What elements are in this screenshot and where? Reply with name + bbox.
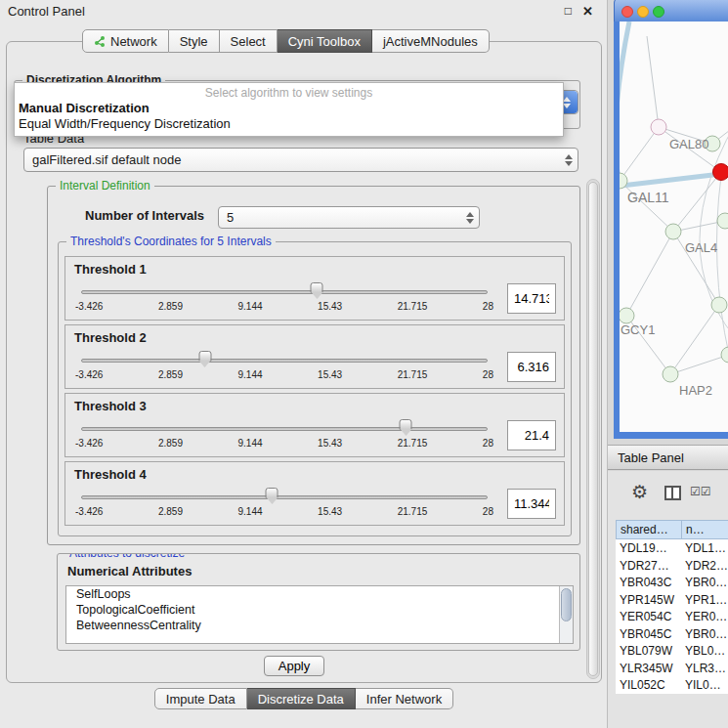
number-of-intervals-value: 5: [219, 210, 461, 225]
network-node[interactable]: [717, 213, 728, 230]
float-window-icon[interactable]: □: [565, 4, 572, 18]
number-of-intervals-combobox[interactable]: 5: [218, 206, 480, 229]
tab-infer-network[interactable]: Infer Network: [356, 688, 453, 709]
tab-label: Select: [231, 34, 266, 49]
network-window-titlebar[interactable]: [614, 0, 728, 21]
dropdown-option-manual[interactable]: Manual Discretization: [15, 101, 563, 116]
threshold-3-value-input[interactable]: [507, 420, 556, 450]
table-cell[interactable]: YIL052C: [616, 676, 681, 694]
threshold-2-slider[interactable]: -3.426 2.859 9.144 15.43 21.715 28: [75, 348, 493, 385]
list-item[interactable]: SelfLoops: [66, 586, 573, 602]
table-cell[interactable]: YBR0…: [681, 625, 728, 643]
tick-label: 15.43: [318, 369, 342, 380]
slider-track[interactable]: [81, 290, 488, 294]
tick-label: 2.859: [158, 506, 183, 517]
table-data-combobox[interactable]: galFiltered.sif default node: [23, 148, 578, 172]
threshold-2-value-input[interactable]: [507, 352, 556, 382]
network-node-selected-red[interactable]: [712, 163, 728, 181]
threshold-3-panel: Threshold 3 -3.426 2.859 9.144 15.43 21.…: [64, 393, 565, 457]
threshold-1-panel: Threshold 1 -3.426 2.859 9.144 15.43 21.…: [64, 256, 565, 321]
tab-label: Cyni Toolbox: [288, 34, 361, 49]
table-cell[interactable]: YBL0…: [681, 642, 728, 660]
threshold-1-slider[interactable]: -3.426 2.859 9.144 15.43 21.715 28: [75, 279, 493, 317]
close-window-icon[interactable]: ✕: [582, 4, 593, 19]
control-panel-tabs: Network Style Select Cyni Toolbox jActiv…: [82, 29, 490, 53]
list-scrollbar[interactable]: [559, 586, 573, 643]
slider-track[interactable]: [81, 427, 488, 431]
network-icon: [94, 35, 106, 47]
dropdown-option-equal-width[interactable]: Equal Width/Frequency Discretization: [15, 116, 563, 132]
table-cell[interactable]: YBR0…: [681, 574, 728, 591]
columns-icon[interactable]: [664, 486, 681, 500]
table-cell[interactable]: YIL0…: [681, 676, 728, 694]
minimize-traffic-light[interactable]: [637, 6, 649, 18]
node-label: GAL80: [669, 137, 708, 151]
table-cell[interactable]: YBR045C: [616, 625, 681, 643]
gear-icon[interactable]: ⚙: [631, 481, 648, 503]
tab-discretize-data[interactable]: Discretize Data: [247, 688, 356, 709]
slider-track[interactable]: [81, 359, 488, 363]
table-cell[interactable]: YLR3…: [681, 660, 728, 677]
table-cell[interactable]: YER0…: [681, 608, 728, 625]
select-columns-icon[interactable]: ☑☑: [690, 485, 711, 498]
tab-style[interactable]: Style: [169, 29, 220, 53]
table-row[interactable]: YLR345W YLR3…: [616, 660, 728, 677]
network-node[interactable]: [619, 308, 635, 324]
interval-definition-group: Interval Definition Number of Intervals …: [47, 186, 580, 545]
tick-label: 21.715: [398, 369, 428, 380]
table-cell[interactable]: YBL079W: [616, 642, 681, 660]
table-cell[interactable]: YPR145W: [616, 591, 681, 609]
table-row[interactable]: YPR145W YPR1…: [616, 591, 728, 609]
slider-thumb[interactable]: [311, 282, 323, 293]
apply-button[interactable]: Apply: [264, 656, 324, 676]
slider-thumb[interactable]: [266, 488, 278, 498]
table-cell[interactable]: YDR2…: [681, 557, 728, 575]
table-row[interactable]: YDL19… YDL1…: [616, 539, 728, 557]
table-row[interactable]: YDR27… YDR2…: [616, 557, 728, 575]
close-traffic-light[interactable]: [621, 6, 633, 18]
table-cell[interactable]: YDR27…: [616, 557, 681, 575]
tab-select[interactable]: Select: [220, 29, 278, 53]
threshold-3-slider[interactable]: -3.426 2.859 9.144 15.43 21.715 28: [75, 416, 493, 453]
table-cell[interactable]: YLR345W: [616, 660, 681, 677]
slider-track[interactable]: [81, 495, 488, 499]
slider-thumb[interactable]: [198, 351, 211, 362]
table-cell[interactable]: YDL1…: [681, 539, 728, 557]
tab-cyni-toolbox[interactable]: Cyni Toolbox: [278, 29, 372, 53]
panel-scrollbar[interactable]: [586, 179, 600, 679]
zoom-traffic-light[interactable]: [653, 6, 664, 18]
tab-label: Style: [180, 34, 208, 49]
table-row[interactable]: YBL079W YBL0…: [616, 642, 728, 660]
threshold-label: Threshold 3: [74, 399, 147, 413]
network-canvas[interactable]: GAL80 GAL11 GAL4 GCY1 HAP2: [614, 21, 728, 439]
node-table: shared… n… YDL19… YDL1… YDR27… YDR2… YBR…: [616, 520, 728, 694]
table-cell[interactable]: YER054C: [616, 608, 681, 625]
control-panel-titlebar: Control Panel □ ✕: [0, 0, 607, 23]
table-row[interactable]: YIL052C YIL0…: [616, 676, 728, 694]
table-cell[interactable]: YBR043C: [616, 574, 681, 591]
table-row[interactable]: YBR043C YBR0…: [616, 574, 728, 591]
network-node[interactable]: [711, 297, 728, 314]
tab-network[interactable]: Network: [82, 29, 169, 53]
table-row[interactable]: YBR045C YBR0…: [616, 625, 728, 643]
network-node[interactable]: [663, 366, 679, 383]
threshold-1-value-input[interactable]: [507, 283, 556, 314]
column-header[interactable]: n…: [681, 520, 728, 539]
network-node[interactable]: [651, 119, 667, 136]
table-cell[interactable]: YPR1…: [681, 591, 728, 609]
tick-label: 2.859: [158, 301, 183, 312]
tab-jactivemodules[interactable]: jActiveMNodules: [372, 29, 490, 53]
list-item[interactable]: TopologicalCoefficient: [66, 602, 573, 618]
network-node[interactable]: [665, 224, 682, 240]
node-label: GAL4: [685, 240, 717, 255]
column-header[interactable]: shared…: [616, 520, 681, 539]
threshold-4-slider[interactable]: -3.426 2.859 9.144 15.43 21.715 28: [75, 485, 493, 522]
tab-impute-data[interactable]: Impute Data: [154, 688, 247, 709]
table-row[interactable]: YER054C YER0…: [616, 608, 728, 625]
tick-label: -3.426: [75, 506, 103, 517]
list-item[interactable]: BetweennessCentrality: [66, 618, 573, 633]
slider-thumb[interactable]: [400, 419, 412, 430]
threshold-4-value-input[interactable]: [507, 489, 556, 519]
table-cell[interactable]: YDL19…: [616, 539, 681, 557]
bottom-tabs: Impute Data Discretize Data Infer Networ…: [0, 688, 608, 709]
